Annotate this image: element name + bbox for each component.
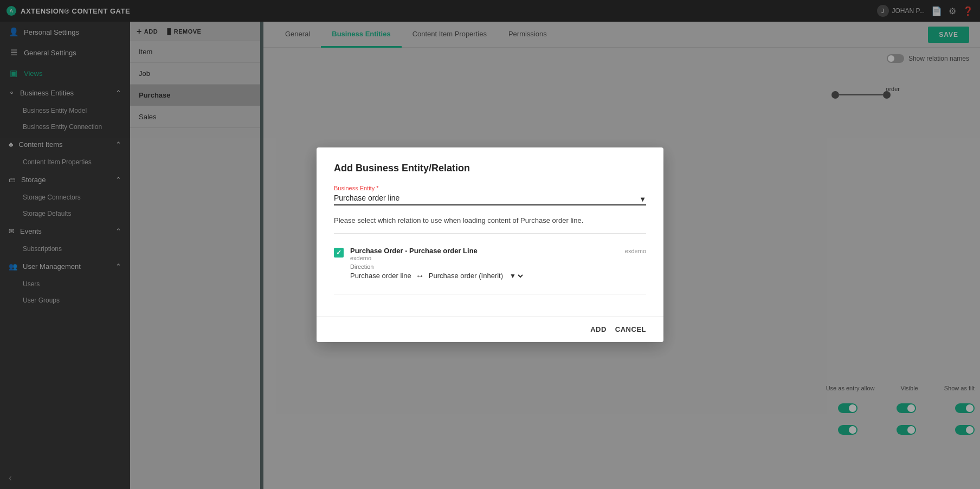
relation-direction-value: Purchase order line ↔ Purchase order (In… [350,271,618,281]
relation-row: ✓ Purchase Order - Purchase order Line e… [334,240,646,287]
direction-to: Purchase order (Inherit) [429,272,503,280]
modal-title: Add Business Entity/Relation [334,163,646,174]
direction-from: Purchase order line [350,272,411,280]
relation-checkbox[interactable]: ✓ [334,248,344,258]
modal-body: Add Business Entity/Relation Business En… [317,147,663,316]
relation-direction-label: Direction [350,263,618,270]
modal-footer: ADD CANCEL [317,316,663,342]
modal-cancel-button[interactable]: CANCEL [615,325,646,333]
add-business-entity-modal: Add Business Entity/Relation Business En… [317,147,663,342]
modal-overlay: Add Business Entity/Relation Business En… [0,0,980,489]
relation-name: Purchase Order - Purchase order Line [350,247,618,255]
business-entity-select[interactable]: Purchase order line [334,194,646,202]
relation-source: exdemo [350,255,618,261]
business-entity-select-wrapper: Purchase order line ▼ [334,194,646,205]
direction-arrow-icon: ↔ [416,271,424,281]
direction-dropdown[interactable]: ▼ [507,272,525,280]
checkmark-icon: ✓ [336,249,341,256]
modal-divider [334,233,646,234]
business-entity-label: Business Entity * [334,185,646,191]
relation-tenant: exdemo [625,247,646,254]
required-marker: * [376,185,378,191]
relation-details: Purchase Order - Purchase order Line exd… [350,247,618,281]
modal-add-button[interactable]: ADD [590,325,607,333]
modal-footer-divider [334,294,646,294]
modal-info-text: Please select which relation to use when… [334,216,646,224]
